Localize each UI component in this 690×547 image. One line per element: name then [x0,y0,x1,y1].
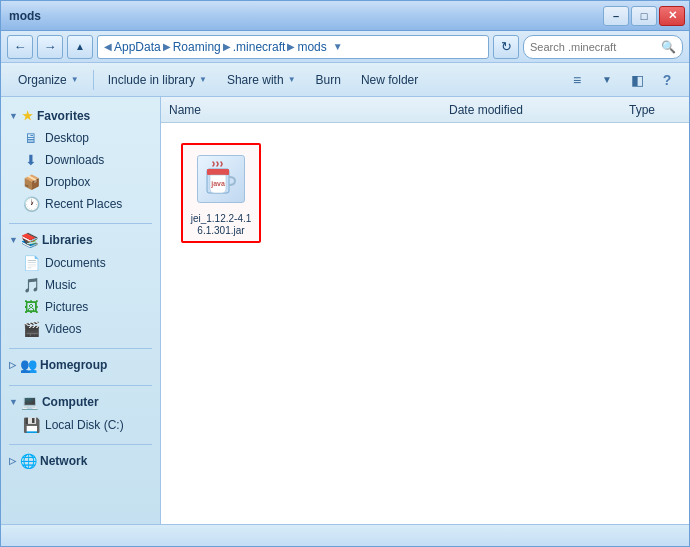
minimize-button[interactable]: – [603,6,629,26]
sidebar-item-dropbox-label: Dropbox [45,175,90,189]
burn-button[interactable]: Burn [307,67,350,93]
help-button[interactable]: ? [653,67,681,93]
window-title: mods [9,9,41,23]
column-date-header[interactable]: Date modified [449,103,629,117]
homegroup-chevron-icon: ▷ [9,360,16,370]
toolbar: Organize ▼ Include in library ▼ Share wi… [1,63,689,97]
network-label: Network [40,454,87,468]
sidebar-item-downloads[interactable]: ⬇ Downloads [1,149,160,171]
maximize-button[interactable]: □ [631,6,657,26]
videos-icon: 🎬 [23,321,39,337]
sidebar-item-local-disk-label: Local Disk (C:) [45,418,124,432]
favorites-chevron-icon: ▼ [9,111,18,121]
sidebar-item-recent-label: Recent Places [45,197,122,211]
sidebar-separator-1 [9,223,152,224]
favorites-label: Favorites [37,109,90,123]
address-bar: ← → ▲ ◀ AppData ▶ Roaming ▶ .minecraft ▶… [1,31,689,63]
file-grid: java jei_1.12.2-4.16.1.301.jar [161,123,689,263]
libraries-label: Libraries [42,233,93,247]
sidebar-item-music[interactable]: 🎵 Music [1,274,160,296]
breadcrumb-dropdown-icon[interactable]: ▼ [333,41,343,52]
network-chevron-icon: ▷ [9,456,16,466]
svg-rect-1 [207,169,229,175]
title-bar: mods – □ ✕ [1,1,689,31]
sidebar-item-downloads-label: Downloads [45,153,104,167]
breadcrumb-mods[interactable]: mods [297,40,326,54]
organize-arrow-icon: ▼ [71,75,79,84]
include-library-button[interactable]: Include in library ▼ [99,67,216,93]
view-dropdown-button[interactable]: ▼ [593,67,621,93]
sidebar: ▼ ★ Favorites 🖥 Desktop ⬇ Downloads 📦 Dr… [1,97,161,524]
search-input[interactable] [530,41,657,53]
column-type-header[interactable]: Type [629,103,681,117]
view-details-button[interactable]: ≡ [563,67,591,93]
local-disk-icon: 💾 [23,417,39,433]
breadcrumb-sep-1: ▶ [163,41,171,52]
computer-chevron-icon: ▼ [9,397,18,407]
jar-icon-background: java [197,155,245,203]
java-cup-svg: java [203,161,239,197]
breadcrumb-minecraft[interactable]: .minecraft [233,40,286,54]
sidebar-item-recent-places[interactable]: 🕐 Recent Places [1,193,160,215]
sidebar-item-dropbox[interactable]: 📦 Dropbox [1,171,160,193]
libraries-chevron-icon: ▼ [9,235,18,245]
column-name-header[interactable]: Name [169,103,449,117]
breadcrumb-bar: ◀ AppData ▶ Roaming ▶ .minecraft ▶ mods … [97,35,489,59]
documents-icon: 📄 [23,255,39,271]
share-arrow-icon: ▼ [288,75,296,84]
refresh-button[interactable]: ↻ [493,35,519,59]
homegroup-icon: 👥 [20,357,36,373]
music-icon: 🎵 [23,277,39,293]
favorites-group-header[interactable]: ▼ ★ Favorites [1,105,160,127]
network-group-header[interactable]: ▷ 🌐 Network [1,449,160,473]
computer-group-header[interactable]: ▼ 💻 Computer [1,390,160,414]
libraries-group-header[interactable]: ▼ 📚 Libraries [1,228,160,252]
organize-button[interactable]: Organize ▼ [9,67,88,93]
sidebar-section-computer: ▼ 💻 Computer 💾 Local Disk (C:) [1,390,160,436]
desktop-icon: 🖥 [23,130,39,146]
view-controls: ≡ ▼ ◧ ? [563,67,681,93]
jar-file-icon: java [197,155,245,203]
new-folder-button[interactable]: New folder [352,67,427,93]
breadcrumb-roaming[interactable]: Roaming [173,40,221,54]
sidebar-separator-3 [9,385,152,386]
homegroup-label: Homegroup [40,358,107,372]
share-with-button[interactable]: Share with ▼ [218,67,305,93]
sidebar-section-network: ▷ 🌐 Network [1,449,160,473]
sidebar-item-documents[interactable]: 📄 Documents [1,252,160,274]
sidebar-item-pictures[interactable]: 🖼 Pictures [1,296,160,318]
search-icon: 🔍 [661,40,676,54]
status-bar [1,524,689,546]
forward-button[interactable]: → [37,35,63,59]
sidebar-item-pictures-label: Pictures [45,300,88,314]
computer-icon: 💻 [22,394,38,410]
file-item-jar[interactable]: java jei_1.12.2-4.16.1.301.jar [181,143,261,243]
sidebar-item-videos-label: Videos [45,322,81,336]
sidebar-item-local-disk[interactable]: 💾 Local Disk (C:) [1,414,160,436]
main-area: ▼ ★ Favorites 🖥 Desktop ⬇ Downloads 📦 Dr… [1,97,689,524]
sidebar-item-desktop-label: Desktop [45,131,89,145]
file-explorer-window: mods – □ ✕ ← → ▲ ◀ AppData ▶ Roaming ▶ .… [0,0,690,547]
downloads-icon: ⬇ [23,152,39,168]
back-button[interactable]: ← [7,35,33,59]
homegroup-group-header[interactable]: ▷ 👥 Homegroup [1,353,160,377]
sidebar-section-libraries: ▼ 📚 Libraries 📄 Documents 🎵 Music 🖼 Pict… [1,228,160,340]
breadcrumb-appdata[interactable]: AppData [114,40,161,54]
sidebar-item-videos[interactable]: 🎬 Videos [1,318,160,340]
window-controls: – □ ✕ [603,6,685,26]
favorites-star-icon: ★ [22,109,33,123]
breadcrumb-sep-2: ▶ [223,41,231,52]
toolbar-separator-1 [93,70,94,90]
column-headers: Name Date modified Type [161,97,689,123]
sidebar-item-desktop[interactable]: 🖥 Desktop [1,127,160,149]
computer-label: Computer [42,395,99,409]
sidebar-item-documents-label: Documents [45,256,106,270]
sidebar-item-music-label: Music [45,278,76,292]
sidebar-separator-2 [9,348,152,349]
view-preview-button[interactable]: ◧ [623,67,651,93]
up-button[interactable]: ▲ [67,35,93,59]
close-button[interactable]: ✕ [659,6,685,26]
libraries-icon: 📚 [22,232,38,248]
breadcrumb-sep-3: ▶ [287,41,295,52]
search-box[interactable]: 🔍 [523,35,683,59]
